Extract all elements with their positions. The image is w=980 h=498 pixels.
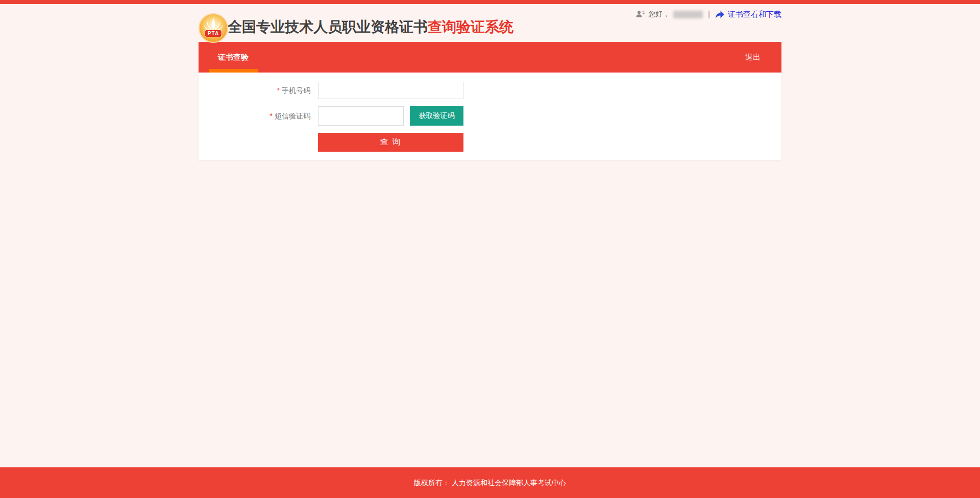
- active-tab-underline: [209, 69, 258, 73]
- tab-certificate-check[interactable]: 证书查验: [209, 42, 258, 73]
- separator: |: [708, 10, 710, 18]
- logout-button[interactable]: 退出: [745, 42, 761, 73]
- sms-label-text: 短信验证码: [275, 112, 310, 120]
- greeting-text: 您好，: [648, 10, 670, 19]
- page-header: PTA 全国专业技术人员职业资格证书查询验证系统 您好， | 证书查看和下载: [199, 4, 781, 42]
- phone-label: *手机号码: [199, 82, 310, 99]
- user-icon: [636, 10, 645, 18]
- page-title-main: 全国专业技术人员职业资格证书: [228, 19, 428, 35]
- tab-label: 证书查验: [218, 53, 249, 62]
- required-asterisk: *: [270, 112, 273, 120]
- footer-bar: 版权所有： 人力资源和社会保障部人事考试中心: [0, 467, 980, 498]
- sms-code-label: *短信验证码: [199, 106, 310, 126]
- main-card: 证书查验 退出 *手机号码 *短信验证码 获取验证码 查 询: [199, 42, 781, 160]
- top-accent-bar: [0, 0, 980, 4]
- user-bar: 您好， | 证书查看和下载: [636, 9, 781, 20]
- username-masked: [673, 11, 703, 18]
- download-link-label: 证书查看和下载: [728, 10, 781, 19]
- phone-label-text: 手机号码: [282, 86, 310, 94]
- certificate-download-link[interactable]: 证书查看和下载: [715, 10, 781, 19]
- share-arrow-icon: [715, 10, 725, 19]
- pta-logo-badge: PTA: [205, 30, 222, 37]
- page-title-accent: 查询验证系统: [428, 19, 513, 35]
- copyright-text: 版权所有： 人力资源和社会保障部人事考试中心: [414, 479, 566, 487]
- query-button[interactable]: 查 询: [318, 133, 463, 152]
- query-form-panel: *手机号码 *短信验证码 获取验证码 查 询: [199, 73, 781, 160]
- get-code-button[interactable]: 获取验证码: [410, 106, 463, 126]
- required-asterisk: *: [277, 86, 280, 94]
- nav-bar: 证书查验 退出: [199, 42, 781, 73]
- phone-input[interactable]: [318, 82, 463, 99]
- sms-code-input[interactable]: [318, 106, 404, 126]
- page-title: 全国专业技术人员职业资格证书查询验证系统: [228, 20, 513, 34]
- pta-logo: PTA: [199, 13, 228, 43]
